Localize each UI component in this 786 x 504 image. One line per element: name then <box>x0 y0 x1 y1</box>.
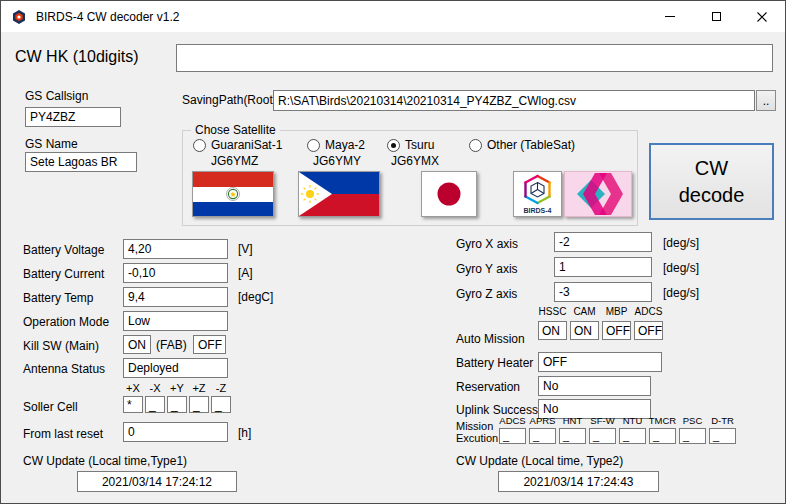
mission-execution-col: PSC _ <box>679 415 706 444</box>
mission-execution-label-line2: Excution <box>456 432 498 444</box>
battery-voltage-value[interactable]: 4,20 <box>123 239 228 259</box>
kill-sw-fab-value[interactable]: OFF <box>193 335 226 354</box>
mission-execution-header: ADCS <box>499 415 525 426</box>
gyro-z-label: Gyro Z axis <box>456 287 517 301</box>
solar-cell-value[interactable]: _ <box>167 396 187 413</box>
auto-mission-value[interactable]: ON <box>570 321 599 340</box>
mission-execution-value[interactable]: _ <box>529 428 556 444</box>
battery-temp-value[interactable]: 9,4 <box>123 287 228 307</box>
radio-circle-icon <box>193 139 206 152</box>
cw-update-type1-value[interactable]: 2021/03/14 17:24:12 <box>77 471 237 492</box>
solar-cell-label: Soller Cell <box>23 400 78 414</box>
operation-mode-value[interactable]: Low <box>123 311 228 331</box>
radio-other-tablesat[interactable]: Other (TableSat) <box>469 138 575 152</box>
birds4-logo: BIRDS-4 <box>513 171 562 217</box>
radio-guaranisat1[interactable]: GuaraniSat-1 <box>193 138 282 152</box>
mission-execution-value[interactable]: _ <box>709 428 736 444</box>
gs-callsign-label: GS Callsign <box>25 89 88 103</box>
battery-temp-label: Battery Temp <box>23 291 93 305</box>
mission-execution-value[interactable]: _ <box>559 428 586 444</box>
gs-name-input[interactable] <box>25 152 137 172</box>
mission-execution-value[interactable]: _ <box>649 428 676 444</box>
mission-execution-value[interactable]: _ <box>499 428 526 444</box>
tablesat-logo <box>564 171 632 217</box>
minimize-button[interactable] <box>647 1 693 32</box>
cw-hk-input[interactable] <box>176 44 773 72</box>
battery-current-unit: [A] <box>238 266 253 280</box>
mission-execution-header: PSC <box>683 415 703 426</box>
kill-sw-label: Kill SW (Main) <box>23 339 99 353</box>
mission-execution-col: SF-W _ <box>589 415 616 444</box>
radio-maya2[interactable]: Maya-2 <box>307 138 365 152</box>
auto-mission-value[interactable]: ON <box>538 321 567 340</box>
radio-circle-icon <box>387 139 400 152</box>
maya2-callsign: JG6YMY <box>313 154 361 168</box>
mission-execution-col: TMCR _ <box>649 415 676 444</box>
mission-execution-grid: ADCS _ APRS _ HNT _ SF-W _ NTU _ TMCR _ … <box>499 415 736 444</box>
solar-cell-value[interactable]: _ <box>211 396 231 413</box>
mission-execution-value[interactable]: _ <box>589 428 616 444</box>
auto-mission-col: HSSC ON <box>538 306 567 340</box>
gyro-z-value[interactable]: -3 <box>554 282 652 302</box>
radio-circle-icon <box>469 139 482 152</box>
gyro-y-value[interactable]: 1 <box>554 257 652 277</box>
auto-mission-col: ADCS OFF <box>634 306 663 340</box>
from-last-reset-value[interactable]: 0 <box>123 422 228 442</box>
paraguay-flag <box>192 171 274 217</box>
guaranisat1-callsign: JG6YMZ <box>211 154 258 168</box>
gs-name-label: GS Name <box>25 137 78 151</box>
gyro-x-unit: [deg/s] <box>663 236 699 250</box>
titlebar: BIRDS-4 CW decoder v1.2 <box>1 1 785 32</box>
app-icon <box>11 9 27 25</box>
mission-execution-label-line1: Mission <box>456 420 493 432</box>
solar-cell-header: +Z <box>192 382 205 394</box>
cw-update-type2-value[interactable]: 2021/03/14 17:24:43 <box>498 471 659 492</box>
cw-decode-line2: decode <box>679 182 745 209</box>
battery-current-value[interactable]: -0,10 <box>123 263 228 283</box>
close-button[interactable] <box>739 1 785 32</box>
kill-sw-main-value[interactable]: ON <box>123 335 151 354</box>
battery-heater-value[interactable]: OFF <box>538 352 662 372</box>
mission-execution-header: APRS <box>530 415 556 426</box>
solar-cell-col: +X * <box>123 382 143 413</box>
cw-decode-button[interactable]: CW decode <box>649 143 774 220</box>
solar-cell-header: -X <box>150 382 161 394</box>
reservation-label: Reservation <box>456 380 520 394</box>
solar-cell-col: +Y _ <box>167 382 187 413</box>
auto-mission-value[interactable]: OFF <box>634 321 663 340</box>
antenna-status-value[interactable]: Deployed <box>123 358 228 378</box>
solar-cell-header: -Z <box>216 382 226 394</box>
battery-heater-label: Battery Heater <box>456 356 533 370</box>
auto-mission-header: ADCS <box>635 306 663 317</box>
japan-flag <box>421 171 477 217</box>
operation-mode-label: Operation Mode <box>23 315 109 329</box>
solar-cell-value[interactable]: _ <box>145 396 165 413</box>
reservation-value[interactable]: No <box>538 376 651 396</box>
auto-mission-value[interactable]: OFF <box>602 321 631 340</box>
mission-execution-header: SF-W <box>590 415 614 426</box>
gyro-y-unit: [deg/s] <box>663 261 699 275</box>
app-window: BIRDS-4 CW decoder v1.2 CW HK (10digits)… <box>0 0 786 504</box>
solar-cell-value[interactable]: * <box>123 396 143 413</box>
kill-sw-fab-label: (FAB) <box>156 338 187 352</box>
solar-cell-value[interactable]: _ <box>189 396 209 413</box>
saving-path-input[interactable] <box>273 90 755 111</box>
auto-mission-header: MBP <box>606 306 628 317</box>
antenna-status-label: Antenna Status <box>23 362 105 376</box>
cw-hk-label: CW HK (10digits) <box>15 48 139 66</box>
solar-cell-col: +Z _ <box>189 382 209 413</box>
solar-cell-col: -Z _ <box>211 382 231 413</box>
battery-temp-unit: [degC] <box>238 290 273 304</box>
solar-cell-header: +Y <box>170 382 184 394</box>
mission-execution-value[interactable]: _ <box>679 428 706 444</box>
mission-execution-header: TMCR <box>649 415 676 426</box>
gyro-x-value[interactable]: -2 <box>554 232 652 252</box>
gs-callsign-input[interactable] <box>25 107 121 127</box>
maximize-button[interactable] <box>693 1 739 32</box>
radio-tsuru[interactable]: Tsuru <box>387 138 434 152</box>
mission-execution-value[interactable]: _ <box>619 428 646 444</box>
battery-voltage-label: Battery Voltage <box>23 243 104 257</box>
browse-button[interactable]: .. <box>756 90 776 111</box>
mission-execution-header: D-TR <box>711 415 734 426</box>
minimize-icon <box>665 16 675 17</box>
